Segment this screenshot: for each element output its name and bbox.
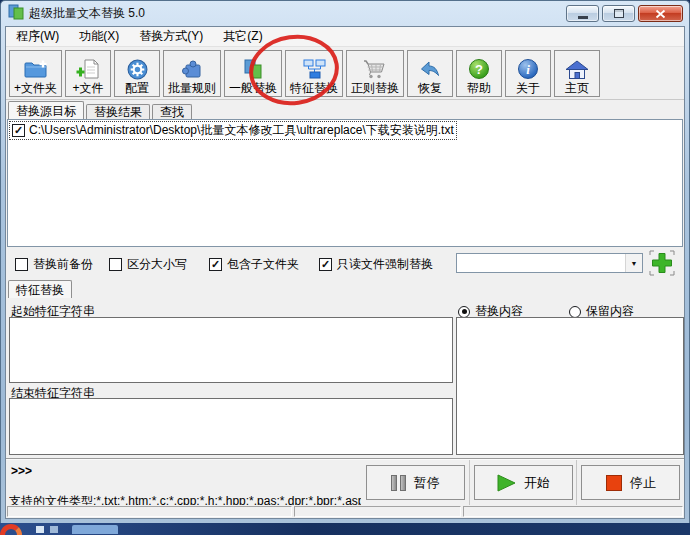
maximize-icon — [614, 9, 624, 18]
dropdown-arrow-icon[interactable]: ▼ — [625, 254, 642, 272]
menu-function[interactable]: 功能(X) — [69, 26, 129, 48]
pause-icon — [391, 475, 406, 491]
toolbar-add-file-button[interactable]: +文件 — [65, 50, 111, 97]
toolbar-label: +文件 — [73, 82, 104, 95]
tree-diagram-icon — [302, 56, 327, 82]
check-icon: ✓ — [211, 259, 220, 270]
toolbar-label: 恢复 — [418, 82, 442, 95]
toolbar-general-replace-button[interactable]: 一般替换 — [224, 50, 282, 97]
start-feature-input[interactable] — [9, 317, 453, 383]
source-tabs: 替换源目标 替换结果 查找 — [8, 100, 192, 119]
pause-button[interactable]: 暂停 — [366, 465, 465, 500]
toolbar-help-button[interactable]: ? 帮助 — [456, 50, 502, 97]
toolbar-label: 特征替换 — [290, 82, 338, 95]
action-buttons: 暂停 开始 停止 — [362, 460, 684, 505]
info-icon: i — [518, 56, 538, 82]
play-icon — [496, 473, 516, 493]
add-folder-icon — [23, 56, 49, 82]
tab-search[interactable]: 查找 — [152, 104, 192, 119]
toolbar-label: 配置 — [125, 82, 149, 95]
window-controls — [566, 1, 683, 22]
checkbox-label: 替换前备份 — [33, 256, 93, 273]
toolbar-add-folder-button[interactable]: +文件夹 — [9, 50, 62, 97]
tab-replace-result[interactable]: 替换结果 — [86, 104, 150, 119]
mini-tab — [72, 525, 118, 534]
start-button[interactable]: 开始 — [474, 465, 573, 500]
radio-button[interactable] — [569, 306, 581, 318]
background-page-strip — [0, 523, 690, 535]
options-row: 替换前备份 区分大小写 ✓ 包含子文件夹 ✓ 只读文件强制替换 ▼ — [6, 249, 684, 277]
mini-glyph — [50, 526, 58, 533]
action-cell: 开始 — [469, 460, 577, 505]
add-filter-button[interactable] — [648, 250, 675, 276]
question-glyph: ? — [475, 63, 483, 76]
toolbar-restore-button[interactable]: 恢复 — [407, 50, 453, 97]
status-bar — [6, 505, 684, 518]
toolbar-regex-replace-button[interactable]: 正则替换 — [346, 50, 404, 97]
client-area: 程序(W) 功能(X) 替换方式(Y) 其它(Z) +文件夹 +文件 — [5, 26, 685, 519]
file-filter-combobox[interactable]: ▼ — [456, 253, 643, 273]
action-cell: 停止 — [576, 460, 684, 505]
add-file-icon — [76, 56, 100, 82]
checkbox-label: 包含子文件夹 — [227, 256, 299, 273]
undo-arrow-icon — [419, 56, 441, 82]
toolbar-home-button[interactable]: 主页 — [554, 50, 600, 97]
copy-pages-icon — [242, 56, 264, 82]
stop-icon — [606, 475, 622, 491]
checkbox-box[interactable]: ✓ — [209, 258, 222, 271]
radio-dot — [462, 309, 467, 314]
status-panel — [7, 506, 292, 517]
plus-icon — [649, 250, 675, 276]
file-list[interactable]: ✓ C:\Users\Administrator\Desktop\批量文本修改工… — [7, 119, 683, 247]
checkbox-force-readonly-replace[interactable]: ✓ 只读文件强制替换 — [319, 256, 433, 273]
file-checkbox[interactable]: ✓ — [12, 124, 25, 137]
toolbar-label: 批量规则 — [168, 82, 216, 95]
menu-replace-mode[interactable]: 替换方式(Y) — [129, 26, 213, 48]
toolbar-batch-rules-button[interactable]: 批量规则 — [163, 50, 221, 97]
toolbar-label: 主页 — [565, 82, 589, 95]
checkbox-case-sensitive[interactable]: 区分大小写 — [109, 256, 187, 273]
menu-program[interactable]: 程序(W) — [6, 26, 69, 48]
end-feature-input[interactable] — [9, 398, 453, 455]
checkbox-backup-before-replace[interactable]: 替换前备份 — [15, 256, 93, 273]
status-panel — [294, 506, 461, 517]
checkbox-label: 只读文件强制替换 — [337, 256, 433, 273]
checkbox-label: 区分大小写 — [127, 256, 187, 273]
radio-button[interactable] — [458, 306, 470, 318]
toolbar-label: 正则替换 — [351, 82, 399, 95]
maximize-button[interactable] — [602, 5, 635, 22]
minimize-icon — [578, 16, 588, 19]
checkbox-box[interactable]: ✓ — [319, 258, 332, 271]
check-icon: ✓ — [321, 259, 330, 270]
toolbar-feature-replace-button[interactable]: 特征替换 — [285, 50, 343, 97]
help-icon: ? — [469, 56, 489, 82]
replace-content-input[interactable] — [456, 317, 684, 455]
title-bar[interactable]: 超级批量文本替换 5.0 — [1, 1, 689, 26]
stop-button[interactable]: 停止 — [581, 465, 680, 500]
puzzle-icon — [181, 56, 204, 82]
checkbox-box[interactable] — [15, 258, 28, 271]
pause-label: 暂停 — [414, 474, 440, 492]
toolbar-label: 帮助 — [467, 82, 491, 95]
toolbar-about-button[interactable]: i 关于 — [505, 50, 551, 97]
tab-feature-replace[interactable]: 特征替换 — [8, 280, 72, 298]
menu-other[interactable]: 其它(Z) — [213, 26, 272, 48]
check-icon: ✓ — [14, 125, 23, 136]
toolbar: +文件夹 +文件 配置 — [6, 47, 684, 100]
log-output: >>> — [11, 464, 32, 478]
checkbox-include-subfolders[interactable]: ✓ 包含子文件夹 — [209, 256, 299, 273]
mini-glyph — [36, 526, 44, 533]
toolbar-config-button[interactable]: 配置 — [114, 50, 160, 97]
screenshot: 超级批量文本替换 5.0 程序(W) 功能(X) 替换方式(Y) 其它(Z) — [0, 0, 690, 535]
minimize-button[interactable] — [566, 5, 599, 22]
list-item[interactable]: ✓ C:\Users\Administrator\Desktop\批量文本修改工… — [10, 122, 456, 139]
cart-icon — [363, 56, 387, 82]
close-icon — [655, 9, 666, 19]
close-button[interactable] — [638, 5, 683, 22]
tab-replace-source[interactable]: 替换源目标 — [8, 101, 84, 119]
info-glyph: i — [526, 63, 530, 76]
toolbar-label: 关于 — [516, 82, 540, 95]
toolbar-label: +文件夹 — [14, 82, 57, 95]
stop-label: 停止 — [630, 474, 656, 492]
checkbox-box[interactable] — [109, 258, 122, 271]
